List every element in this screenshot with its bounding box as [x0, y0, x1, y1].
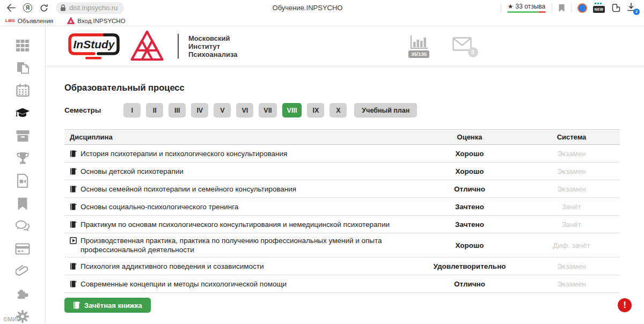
table-row[interactable]: Основы семейной психотерапии и семейного…: [64, 180, 620, 198]
semester-button-7[interactable]: VII: [259, 103, 276, 117]
graduation-cap-icon[interactable]: [15, 106, 30, 121]
progress-stats[interactable]: 35/135: [408, 35, 430, 58]
grade-value: Хорошо: [416, 150, 523, 158]
gradebook-button[interactable]: Зачётная книжка: [64, 298, 151, 313]
grade-value: Отлично: [416, 185, 523, 193]
reviews-rating-bar: [507, 11, 546, 13]
extension-glove-icon[interactable]: [611, 3, 621, 12]
alert-icon[interactable]: !: [618, 298, 632, 312]
book-icon: [70, 203, 77, 210]
system-value: Экзамен: [523, 280, 620, 288]
system-value: Экзамен: [523, 150, 620, 158]
semester-button-4[interactable]: IV: [191, 103, 208, 117]
lock-icon: [60, 4, 66, 11]
semester-button-10[interactable]: X: [330, 103, 347, 117]
system-value: Зачёт: [523, 220, 620, 229]
semester-button-9[interactable]: IX: [307, 103, 324, 117]
semester-selector: Семестры I II III IV V VI VII VIII IX X …: [64, 103, 620, 117]
bookmark-inpsycho-login[interactable]: Вход.INPSYCHO: [67, 17, 125, 24]
bookmarks-bar: LMS Объявления Вход.INPSYCHO: [0, 16, 644, 26]
reviews-widget[interactable]: ★33 отзыва: [507, 3, 546, 13]
separator: [552, 4, 552, 12]
page-title: Образовательный процесс: [64, 83, 620, 93]
puzzle-icon[interactable]: [15, 286, 30, 301]
progress-badge: 35/135: [408, 50, 429, 58]
table-row[interactable]: Практикум по основам психологического ко…: [64, 216, 620, 233]
semesters-label: Семестры: [64, 106, 101, 114]
system-value: Экзамен: [523, 262, 620, 270]
system-value: Экзамен: [523, 167, 620, 175]
system-value: Зачёт: [523, 203, 620, 211]
chat-icon[interactable]: [15, 219, 30, 234]
messages[interactable]: 0: [452, 37, 472, 53]
new-badge-label: NEW: [593, 6, 605, 13]
table-row[interactable]: Производственная практика, практика по п…: [64, 233, 620, 257]
table-row[interactable]: Психология аддиктивного поведения и соза…: [64, 257, 620, 275]
book-icon: [73, 301, 80, 309]
archive-box-icon[interactable]: [15, 128, 30, 143]
star-icon: ★: [508, 3, 514, 10]
new-extension-icon[interactable]: NEW: [593, 3, 605, 13]
book-icon: [70, 263, 77, 270]
grade-value: Хорошо: [416, 241, 523, 249]
logo-divider: [178, 34, 179, 58]
table-header-row: Дисциплина Оценка Система: [64, 130, 620, 145]
grade-value: Зачтено: [416, 220, 523, 229]
address-bar[interactable]: dist.inpsycho.ru: [56, 2, 124, 14]
semester-button-6[interactable]: VI: [236, 103, 253, 117]
book-icon: [70, 168, 77, 175]
table-row[interactable]: Основы социально-психологического тренин…: [64, 198, 620, 216]
mip-triangle-logo[interactable]: [130, 30, 164, 62]
semester-button-3[interactable]: III: [169, 103, 186, 117]
url-text: dist.inpsycho.ru: [69, 4, 118, 12]
book-icon: [70, 186, 77, 193]
documents-icon[interactable]: [15, 61, 30, 76]
play-icon: [70, 237, 77, 244]
reviews-count: 33 отзыва: [516, 3, 546, 10]
grade-value: Хорошо: [416, 167, 523, 175]
lms-favicon: LMS: [5, 18, 15, 23]
semester-button-5[interactable]: V: [214, 103, 231, 117]
semester-button-8-active[interactable]: VIII: [282, 103, 302, 117]
semester-button-1[interactable]: I: [123, 103, 141, 117]
bar-chart-icon: [408, 35, 430, 50]
column-system: Система: [523, 133, 620, 141]
curriculum-plan-button[interactable]: Учебный план: [354, 103, 417, 117]
credit-card-icon[interactable]: [15, 241, 30, 256]
book-icon: [70, 150, 77, 157]
refresh-icon[interactable]: [40, 4, 48, 12]
grade-value: Зачтено: [416, 203, 523, 211]
calendar-icon[interactable]: [15, 83, 30, 98]
video-file-icon[interactable]: [15, 173, 30, 188]
site-header: InStudy Московский Институт Психоанализа: [46, 26, 644, 67]
bookmark-announcements[interactable]: LMS Объявления: [5, 18, 53, 24]
book-icon: [70, 221, 77, 228]
back-icon[interactable]: [6, 4, 16, 12]
trophy-icon[interactable]: [15, 151, 30, 166]
sidebar: ©МИП: [0, 26, 46, 324]
table-row[interactable]: Основы детской психотерапии Хорошо Экзам…: [64, 163, 620, 180]
system-value: Экзамен: [523, 185, 620, 193]
bookmark-icon[interactable]: [15, 196, 30, 211]
semester-button-2[interactable]: II: [146, 103, 163, 117]
new-badge-dots: [595, 3, 602, 4]
instudy-logo[interactable]: InStudy: [66, 31, 122, 61]
yandex-profile-icon[interactable]: Я: [23, 3, 32, 12]
table-row[interactable]: История психотерапии и психологического …: [64, 145, 620, 163]
table-row[interactable]: Современные концепции и методы психологи…: [64, 275, 620, 293]
messages-count-badge: 0: [468, 47, 478, 57]
paperclip-icon[interactable]: [15, 264, 30, 279]
grade-value: Отлично: [416, 280, 523, 288]
grid-icon[interactable]: [15, 38, 30, 53]
separator: [501, 4, 501, 12]
tab-title: Обучение.INPSYCHO: [273, 4, 343, 12]
browser-toolbar: Я dist.inpsycho.ru Обучение.INPSYCHO ★33…: [0, 0, 644, 16]
browser-profile-avatar[interactable]: [577, 3, 587, 13]
column-grade: Оценка: [416, 133, 523, 141]
system-value: Диф. зачёт: [523, 241, 620, 249]
mip-favicon: [67, 17, 75, 24]
sidebar-copyright: ©МИП: [3, 316, 21, 322]
downloads-icon[interactable]: 2: [627, 3, 638, 13]
bookmark-flag-icon[interactable]: [558, 4, 565, 12]
institute-name: Московский Институт Психоанализа: [188, 34, 238, 58]
